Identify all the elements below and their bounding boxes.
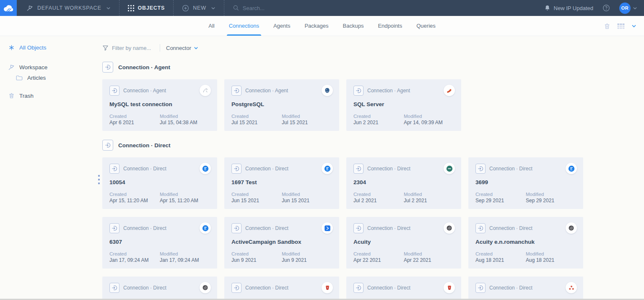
created-date: CreatedApr 22 2021 xyxy=(353,251,404,263)
connection-card[interactable]: Connection · Direct6307CreatedJan 17, 09… xyxy=(102,217,217,269)
created-label: Created xyxy=(353,114,404,119)
connection-card[interactable]: Connection · Direct1697 TestCreatedJun 1… xyxy=(224,157,339,209)
tab-connections[interactable]: Connections xyxy=(222,16,266,36)
object-type-tabbar: AllConnectionsAgentsPackagesBackupsEndpo… xyxy=(0,16,644,36)
tab-queries[interactable]: Queries xyxy=(409,16,443,36)
card-title: ActiveCampaign Sandbox xyxy=(231,239,332,245)
card-title: 3699 xyxy=(475,179,576,185)
card-head: Connection · Direct xyxy=(475,283,576,293)
card-title: 1697 Test xyxy=(231,179,332,185)
view-mode-button[interactable] xyxy=(617,23,625,29)
card-head: Connection · Direct xyxy=(475,164,576,174)
tab-packages[interactable]: Packages xyxy=(297,16,335,36)
connection-card[interactable]: Connection · DirectActiveCampaign Sandbo… xyxy=(224,217,339,269)
connection-card[interactable]: Connection · DirectAcuity e.n.romanchukC… xyxy=(468,217,583,269)
help-button[interactable] xyxy=(602,4,610,12)
objects-nav-button[interactable]: OBJECTS xyxy=(119,0,174,16)
question-circle-icon xyxy=(602,4,610,12)
blue-service-logo-icon xyxy=(200,222,211,234)
sidebar-item-all-objects[interactable]: All Objects xyxy=(8,44,101,51)
connection-card[interactable]: Connection · Direct3699CreatedSep 29 202… xyxy=(468,157,583,209)
asterisk-icon xyxy=(8,44,15,51)
notification-button[interactable]: New IP Updated xyxy=(544,5,593,11)
chevron-down-icon xyxy=(633,6,637,10)
card-type-label: Connection · Agent xyxy=(367,88,410,94)
tab-endpoints[interactable]: Endpoints xyxy=(371,16,409,36)
app-logo[interactable] xyxy=(0,0,17,16)
blue-service-logo-icon xyxy=(200,163,211,174)
sidebar-item-trash[interactable]: Trash xyxy=(8,92,101,99)
card-type-label: Connection · Direct xyxy=(245,166,288,172)
search-input[interactable] xyxy=(243,5,301,11)
card-dates: CreatedApr 22 2021ModifiedApr 22 2021 xyxy=(353,251,454,263)
modified-date: ModifiedApr 15, 11:20 AM xyxy=(160,192,210,203)
connection-icon xyxy=(231,164,242,174)
card-dates: CreatedJul 2 2021ModifiedJul 2 2021 xyxy=(353,192,454,203)
modified-label: Modified xyxy=(404,114,454,119)
connection-card[interactable]: Connection · DirectAsana xyxy=(468,277,583,300)
connection-icon xyxy=(353,283,364,293)
card-head: Connection · Agent xyxy=(109,86,210,96)
workspace-selector[interactable]: DEFAULT WORKSPACE xyxy=(17,0,119,16)
connection-icon xyxy=(109,86,119,96)
created-date: CreatedJun 9 2021 xyxy=(231,251,282,263)
section-title: Connection · Direct xyxy=(118,142,171,149)
card-type-label: Connection · Direct xyxy=(123,225,166,231)
created-date: CreatedJul 2 2021 xyxy=(353,192,404,203)
connection-card[interactable]: Connection · DirectAmazon S3 xyxy=(346,277,461,300)
created-date: CreatedJul 15 2021 xyxy=(231,114,282,125)
card-head: Connection · Agent xyxy=(353,86,454,96)
card-head: Connection · Direct xyxy=(109,223,210,233)
created-date: CreatedApr 15, 11:20 AM xyxy=(109,192,160,203)
modified-date: ModifiedApr 14, 09:39 AM xyxy=(404,114,454,125)
connector-filter-dropdown[interactable]: Connector xyxy=(166,45,198,51)
tabs-group: AllConnectionsAgentsPackagesBackupsEndpo… xyxy=(201,16,443,36)
modified-label: Modified xyxy=(160,192,210,197)
user-menu[interactable]: OR xyxy=(619,3,637,14)
sidebar-resize-handle[interactable] xyxy=(98,175,100,184)
modified-date: ModifiedJul 15, 04:38 AM xyxy=(160,114,210,125)
section-header: Connection · Agent xyxy=(102,62,644,73)
modified-label: Modified xyxy=(404,192,454,197)
connection-card[interactable]: Connection · DirectAcuity Scheduling xyxy=(102,277,217,300)
created-label: Created xyxy=(353,251,404,256)
modified-date: ModifiedApr 22 2021 xyxy=(404,251,454,263)
created-label: Created xyxy=(231,114,282,119)
tab-backups[interactable]: Backups xyxy=(336,16,371,36)
created-value: Jan 17, 09:24 AM xyxy=(109,257,160,263)
name-filter[interactable] xyxy=(102,45,159,51)
connection-card[interactable]: Connection · AgentSQL ServerCreatedJun 2… xyxy=(346,79,461,131)
card-type-label: Connection · Direct xyxy=(123,166,166,172)
modified-value: Jun 15 2021 xyxy=(282,198,332,203)
modified-label: Modified xyxy=(526,251,576,256)
new-button[interactable]: NEW xyxy=(174,0,224,16)
sidebar-item-articles[interactable]: Articles xyxy=(16,75,101,81)
cloud-icon xyxy=(3,4,14,12)
tab-agents[interactable]: Agents xyxy=(266,16,297,36)
plus-circle-icon xyxy=(182,5,189,12)
created-label: Created xyxy=(475,251,526,256)
global-search[interactable] xyxy=(224,0,310,16)
cards-grid: Connection · Direct10054CreatedApr 15, 1… xyxy=(102,157,584,300)
connection-card[interactable]: Connection · AgentMySQL test connectionC… xyxy=(102,79,217,131)
modified-label: Modified xyxy=(160,114,210,119)
card-head: Connection · Direct xyxy=(109,283,210,293)
card-dates: CreatedAug 18 2021ModifiedAug 18 2021 xyxy=(475,251,576,263)
connection-card[interactable]: Connection · Direct2304CreatedJul 2 2021… xyxy=(346,157,461,209)
connection-card[interactable]: Connection · DirectAcuityCreatedApr 22 2… xyxy=(346,217,461,269)
modified-date: ModifiedJul 15 2021 xyxy=(282,114,332,125)
delete-objects-button[interactable] xyxy=(604,23,610,30)
workspace-label: DEFAULT WORKSPACE xyxy=(37,5,101,11)
connection-card[interactable]: Connection · AgentPostgreSQLCreatedJul 1… xyxy=(224,79,339,131)
connection-icon xyxy=(231,223,242,233)
card-dates: CreatedJun 9 2021ModifiedJun 9 2021 xyxy=(231,251,332,263)
filter-row: Connector xyxy=(102,43,644,53)
tab-all[interactable]: All xyxy=(201,16,221,36)
connection-card[interactable]: Connection · DirectAmazon S3 xyxy=(224,277,339,300)
connection-icon xyxy=(109,164,119,174)
view-options-dropdown[interactable] xyxy=(631,23,636,29)
name-filter-input[interactable] xyxy=(112,45,159,51)
sidebar-item-workspace[interactable]: Workspace xyxy=(8,63,101,71)
pennant-icon xyxy=(8,63,15,71)
connection-card[interactable]: Connection · Direct10054CreatedApr 15, 1… xyxy=(102,157,217,209)
